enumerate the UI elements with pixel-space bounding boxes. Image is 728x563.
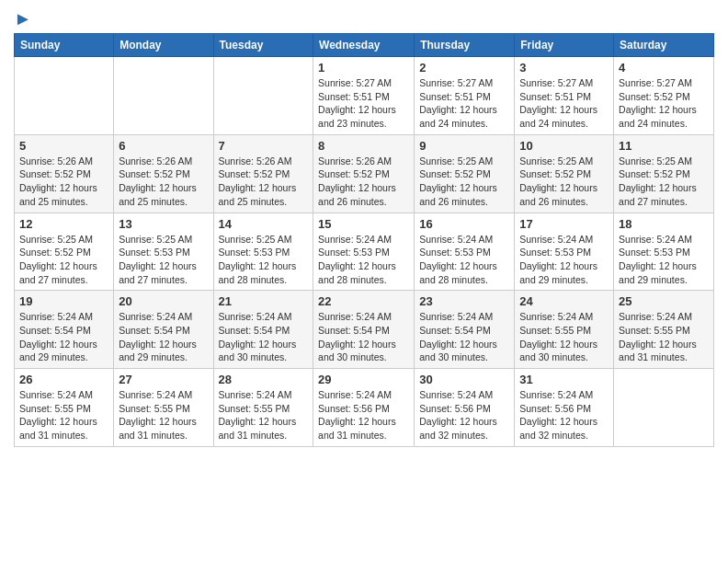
day-info: Sunrise: 5:24 AM Sunset: 5:53 PM Dayligh… [519,233,609,287]
day-cell-26: 26Sunrise: 5:24 AM Sunset: 5:55 PM Dayli… [15,369,114,447]
day-info: Sunrise: 5:24 AM Sunset: 5:55 PM Dayligh… [619,310,709,364]
day-number: 29 [318,373,409,386]
day-info: Sunrise: 5:24 AM Sunset: 5:55 PM Dayligh… [119,388,208,442]
day-cell-12: 12Sunrise: 5:25 AM Sunset: 5:52 PM Dayli… [15,213,114,291]
day-cell-21: 21Sunrise: 5:24 AM Sunset: 5:54 PM Dayli… [213,291,313,369]
day-cell-3: 3Sunrise: 5:27 AM Sunset: 5:51 PM Daylig… [515,57,614,135]
day-cell-4: 4Sunrise: 5:27 AM Sunset: 5:52 PM Daylig… [614,57,714,135]
day-info: Sunrise: 5:24 AM Sunset: 5:53 PM Dayligh… [318,233,409,287]
day-number: 14 [219,217,309,231]
day-info: Sunrise: 5:26 AM Sunset: 5:52 PM Dayligh… [219,155,309,209]
weekday-header-tuesday: Tuesday [213,34,313,57]
day-cell-14: 14Sunrise: 5:25 AM Sunset: 5:53 PM Dayli… [213,213,313,291]
day-cell-25: 25Sunrise: 5:24 AM Sunset: 5:55 PM Dayli… [614,291,714,369]
day-number: 9 [419,139,509,153]
day-number: 8 [318,139,409,153]
day-info: Sunrise: 5:24 AM Sunset: 5:54 PM Dayligh… [318,310,409,364]
day-info: Sunrise: 5:24 AM Sunset: 5:53 PM Dayligh… [419,233,509,287]
day-number: 23 [419,294,509,308]
day-cell-1: 1Sunrise: 5:27 AM Sunset: 5:51 PM Daylig… [313,57,415,135]
day-info: Sunrise: 5:24 AM Sunset: 5:54 PM Dayligh… [19,310,108,364]
day-info: Sunrise: 5:25 AM Sunset: 5:52 PM Dayligh… [419,155,509,209]
day-info: Sunrise: 5:25 AM Sunset: 5:52 PM Dayligh… [519,155,609,209]
day-number: 6 [119,139,208,153]
day-info: Sunrise: 5:26 AM Sunset: 5:52 PM Dayligh… [119,155,208,209]
empty-cell [114,57,213,135]
day-number: 15 [318,217,409,231]
day-number: 5 [19,139,108,153]
day-info: Sunrise: 5:27 AM Sunset: 5:51 PM Dayligh… [419,76,509,131]
day-number: 3 [519,61,609,75]
day-cell-16: 16Sunrise: 5:24 AM Sunset: 5:53 PM Dayli… [415,213,515,291]
day-number: 22 [318,294,409,308]
day-cell-2: 2Sunrise: 5:27 AM Sunset: 5:51 PM Daylig… [415,57,515,135]
day-info: Sunrise: 5:24 AM Sunset: 5:54 PM Dayligh… [419,310,509,364]
logo-icon: ► [14,9,32,28]
day-number: 27 [119,373,208,386]
day-info: Sunrise: 5:25 AM Sunset: 5:53 PM Dayligh… [219,233,309,287]
day-info: Sunrise: 5:24 AM Sunset: 5:54 PM Dayligh… [219,310,309,364]
day-info: Sunrise: 5:24 AM Sunset: 5:56 PM Dayligh… [519,388,609,442]
empty-cell [614,369,714,447]
day-number: 28 [219,373,309,386]
day-info: Sunrise: 5:27 AM Sunset: 5:51 PM Dayligh… [318,76,409,131]
week-row-2: 5Sunrise: 5:26 AM Sunset: 5:52 PM Daylig… [15,134,714,213]
weekday-header-wednesday: Wednesday [313,34,415,57]
day-cell-15: 15Sunrise: 5:24 AM Sunset: 5:53 PM Dayli… [313,213,415,291]
calendar-table: SundayMondayTuesdayWednesdayThursdayFrid… [14,33,714,447]
day-info: Sunrise: 5:27 AM Sunset: 5:51 PM Dayligh… [519,76,609,131]
day-info: Sunrise: 5:25 AM Sunset: 5:52 PM Dayligh… [19,233,108,287]
day-cell-7: 7Sunrise: 5:26 AM Sunset: 5:52 PM Daylig… [213,134,313,213]
day-number: 25 [619,294,709,308]
day-number: 30 [419,373,509,386]
day-number: 26 [19,373,108,386]
day-number: 13 [119,217,208,231]
day-number: 31 [519,373,609,386]
week-row-3: 12Sunrise: 5:25 AM Sunset: 5:52 PM Dayli… [15,213,714,291]
day-info: Sunrise: 5:24 AM Sunset: 5:55 PM Dayligh… [519,310,609,364]
day-cell-20: 20Sunrise: 5:24 AM Sunset: 5:54 PM Dayli… [114,291,213,369]
day-info: Sunrise: 5:24 AM Sunset: 5:56 PM Dayligh… [419,388,509,442]
day-number: 24 [519,294,609,308]
day-cell-11: 11Sunrise: 5:25 AM Sunset: 5:52 PM Dayli… [614,134,714,213]
day-cell-6: 6Sunrise: 5:26 AM Sunset: 5:52 PM Daylig… [114,134,213,213]
day-info: Sunrise: 5:24 AM Sunset: 5:56 PM Dayligh… [318,388,409,442]
weekday-header-friday: Friday [515,34,614,57]
day-number: 12 [19,217,108,231]
day-cell-30: 30Sunrise: 5:24 AM Sunset: 5:56 PM Dayli… [415,369,515,447]
day-info: Sunrise: 5:26 AM Sunset: 5:52 PM Dayligh… [19,155,108,209]
logo: ► [14,9,32,28]
week-row-4: 19Sunrise: 5:24 AM Sunset: 5:54 PM Dayli… [15,291,714,369]
day-info: Sunrise: 5:25 AM Sunset: 5:52 PM Dayligh… [619,155,709,209]
day-number: 21 [219,294,309,308]
header: ► [14,9,714,28]
day-number: 20 [119,294,208,308]
empty-cell [213,57,313,135]
week-row-5: 26Sunrise: 5:24 AM Sunset: 5:55 PM Dayli… [15,369,714,447]
day-cell-8: 8Sunrise: 5:26 AM Sunset: 5:52 PM Daylig… [313,134,415,213]
day-cell-22: 22Sunrise: 5:24 AM Sunset: 5:54 PM Dayli… [313,291,415,369]
empty-cell [15,57,114,135]
day-cell-18: 18Sunrise: 5:24 AM Sunset: 5:53 PM Dayli… [614,213,714,291]
day-number: 17 [519,217,609,231]
day-cell-10: 10Sunrise: 5:25 AM Sunset: 5:52 PM Dayli… [515,134,614,213]
weekday-header-thursday: Thursday [415,34,515,57]
day-info: Sunrise: 5:27 AM Sunset: 5:52 PM Dayligh… [619,76,709,131]
weekday-header-monday: Monday [114,34,213,57]
day-info: Sunrise: 5:24 AM Sunset: 5:53 PM Dayligh… [619,233,709,287]
day-cell-19: 19Sunrise: 5:24 AM Sunset: 5:54 PM Dayli… [15,291,114,369]
day-info: Sunrise: 5:24 AM Sunset: 5:55 PM Dayligh… [19,388,108,442]
day-info: Sunrise: 5:26 AM Sunset: 5:52 PM Dayligh… [318,155,409,209]
day-info: Sunrise: 5:24 AM Sunset: 5:55 PM Dayligh… [219,388,309,442]
day-number: 19 [19,294,108,308]
day-cell-27: 27Sunrise: 5:24 AM Sunset: 5:55 PM Dayli… [114,369,213,447]
day-cell-9: 9Sunrise: 5:25 AM Sunset: 5:52 PM Daylig… [415,134,515,213]
day-number: 10 [519,139,609,153]
day-cell-29: 29Sunrise: 5:24 AM Sunset: 5:56 PM Dayli… [313,369,415,447]
day-cell-17: 17Sunrise: 5:24 AM Sunset: 5:53 PM Dayli… [515,213,614,291]
day-number: 18 [619,217,709,231]
day-number: 1 [318,61,409,75]
week-row-1: 1Sunrise: 5:27 AM Sunset: 5:51 PM Daylig… [15,57,714,135]
day-cell-28: 28Sunrise: 5:24 AM Sunset: 5:55 PM Dayli… [213,369,313,447]
weekday-header-saturday: Saturday [614,34,714,57]
